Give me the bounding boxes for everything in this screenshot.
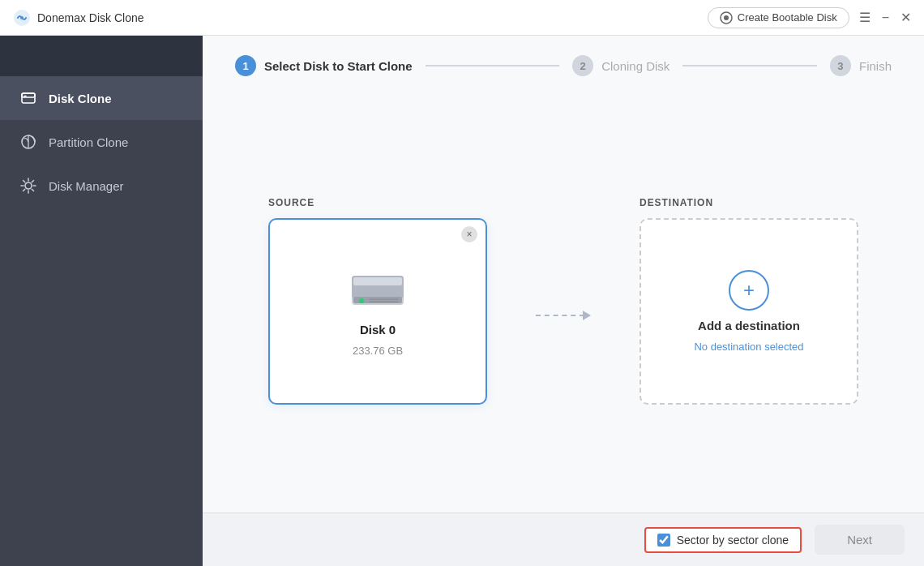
disk-icon-wrap	[345, 266, 410, 315]
disk-clone-icon	[19, 89, 37, 107]
minimize-button[interactable]: −	[882, 11, 889, 24]
disk-drive-icon	[345, 266, 410, 315]
svg-point-14	[359, 298, 364, 303]
titlebar: Donemax Disk Clone Create Bootable Disk …	[0, 0, 924, 36]
next-button[interactable]: Next	[815, 525, 905, 555]
step-3: 3 Finish	[830, 55, 892, 76]
work-area: SOURCE ×	[203, 89, 924, 512]
sidebar-label-disk-manager: Disk Manager	[49, 179, 124, 193]
source-disk-close-button[interactable]: ×	[461, 226, 477, 242]
bootable-icon	[720, 11, 733, 24]
window-controls: ☰ − ✕	[859, 11, 911, 24]
titlebar-right: Create Bootable Disk ☰ − ✕	[708, 7, 911, 28]
sidebar-item-disk-clone[interactable]: Disk Clone	[0, 76, 203, 120]
destination-label: DESTINATION	[640, 197, 713, 208]
arrow-connector	[536, 281, 591, 320]
titlebar-left: Donemax Disk Clone	[13, 9, 144, 27]
svg-point-3	[724, 15, 729, 20]
step-3-circle: 3	[830, 55, 851, 76]
add-destination-label: Add a destination	[698, 319, 800, 332]
create-bootable-label: Create Bootable Disk	[738, 11, 837, 24]
no-destination-label: No destination selected	[694, 341, 803, 353]
sidebar-label-partition-clone: Partition Clone	[49, 135, 128, 149]
destination-card[interactable]: + Add a destination No destination selec…	[640, 218, 858, 405]
svg-rect-4	[22, 93, 35, 103]
sector-clone-wrap: Sector by sector clone	[644, 527, 802, 553]
step-1: 1 Select Disk to Start Clone	[235, 55, 413, 76]
main-layout: Disk Clone Partition Clone	[0, 36, 924, 566]
sector-clone-label[interactable]: Sector by sector clone	[677, 534, 789, 547]
step-divider-2	[682, 65, 817, 66]
create-bootable-button[interactable]: Create Bootable Disk	[708, 7, 849, 28]
step-1-circle: 1	[235, 55, 256, 76]
source-disk-card: ×	[268, 218, 487, 405]
svg-rect-5	[22, 93, 35, 97]
close-button[interactable]: ✕	[900, 11, 911, 24]
sidebar-label-disk-clone: Disk Clone	[49, 92, 112, 105]
svg-point-1	[20, 16, 24, 19]
sector-clone-checkbox[interactable]	[657, 534, 670, 547]
step-2-circle: 2	[572, 55, 593, 76]
app-logo	[13, 9, 31, 27]
source-label: SOURCE	[268, 197, 314, 208]
step-2-label: Cloning Disk	[601, 59, 669, 73]
content-area: 1 Select Disk to Start Clone 2 Cloning D…	[203, 36, 924, 566]
step-3-label: Finish	[859, 59, 892, 73]
source-disk-size: 233.76 GB	[353, 345, 403, 357]
sidebar: Disk Clone Partition Clone	[0, 36, 203, 566]
source-section: SOURCE ×	[268, 197, 487, 405]
svg-point-9	[25, 182, 32, 189]
svg-rect-13	[353, 277, 402, 285]
arrow-line	[536, 315, 584, 316]
sidebar-header	[0, 36, 203, 76]
menu-button[interactable]: ☰	[859, 11, 871, 24]
step-1-label: Select Disk to Start Clone	[264, 59, 413, 73]
stepper: 1 Select Disk to Start Clone 2 Cloning D…	[203, 36, 924, 89]
source-disk-name: Disk 0	[360, 323, 396, 337]
destination-section: DESTINATION + Add a destination No desti…	[640, 197, 858, 405]
add-destination-icon: +	[729, 270, 769, 311]
step-2: 2 Cloning Disk	[572, 55, 669, 76]
partition-clone-icon	[19, 133, 37, 151]
disk-manager-icon	[19, 177, 37, 195]
footer: Sector by sector clone Next	[203, 512, 924, 566]
sidebar-item-partition-clone[interactable]: Partition Clone	[0, 120, 203, 164]
app-title: Donemax Disk Clone	[37, 11, 144, 24]
step-divider-1	[426, 65, 560, 66]
sidebar-item-disk-manager[interactable]: Disk Manager	[0, 164, 203, 208]
